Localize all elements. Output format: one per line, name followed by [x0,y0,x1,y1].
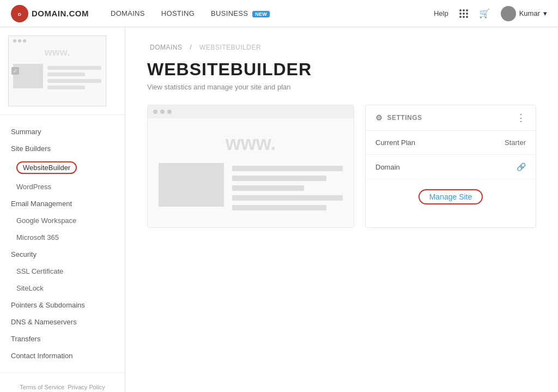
sidebar-footer: Terms of Service Privacy Policy Do Not S… [0,372,125,392]
sidebar-item-email-management[interactable]: Email Management [0,195,125,212]
sidebar-nav: Summary Site Builders WebsiteBuilder Wor… [0,115,125,372]
external-link-icon[interactable]: 🔗 [517,162,526,171]
chevron-down-icon: ▾ [543,9,547,17]
expand-icon: ⤢ [11,67,19,75]
plan-value: Starter [505,138,526,147]
header-right: Help 🛒 Kumar ▾ [434,6,547,21]
nav-business[interactable]: BUSINESS NEW [211,9,270,17]
sidebar-item-dns-nameservers[interactable]: DNS & Nameservers [0,313,125,330]
settings-footer: Manage Site [366,179,536,214]
settings-row-domain: Domain 🔗 [366,155,536,179]
breadcrumb-current: WEBSITEBUILDER [199,44,261,51]
breadcrumb-parent[interactable]: DOMAINS [150,44,183,51]
privacy-link[interactable]: Privacy Policy [68,384,105,390]
preview-line [47,73,85,76]
logo-icon: D [11,5,28,22]
logo-text: DOMAIN.COM [32,9,89,18]
sidebar-item-security[interactable]: Security [0,246,125,263]
site-preview-body: www. [148,118,354,227]
plan-label: Current Plan [375,138,415,147]
sidebar-item-ssl-certificate[interactable]: SSL Certificate [0,263,125,280]
site-preview-card: www. [147,105,354,228]
sidebar-item-summary[interactable]: Summary [0,123,125,140]
more-options-icon[interactable]: ⋮ [516,113,526,123]
preview-line [47,66,101,70]
terms-link[interactable]: Terms of Service [20,384,64,390]
preview-www-text: www. [9,47,106,58]
page-subtitle: View statistics and manage your site and… [147,83,536,91]
site-www-text: www. [226,132,276,155]
main-content: DOMAINS / WEBSITEBUILDER WEBSITEBUILDER … [125,27,558,392]
page-title: WEBSITEBUILDER [147,59,536,80]
sidebar-item-wordpress[interactable]: WordPress [0,178,125,195]
site-image-placeholder [159,163,224,207]
manage-site-button[interactable]: Manage Site [418,189,483,204]
sidebar-item-microsoft-365[interactable]: Microsoft 365 [0,229,125,246]
layout: www. ⤢ Summary Site Builders WebsiteBuil… [0,27,558,392]
sidebar-preview: www. ⤢ [0,27,125,115]
logo[interactable]: D DOMAIN.COM [11,5,89,22]
main-nav: DOMAINS HOSTING BUSINESS NEW [111,9,434,17]
text-line [232,195,343,201]
avatar [501,6,516,21]
preview-line [47,86,85,89]
site-thumbnail: www. ⤢ [8,35,106,106]
sidebar-item-websitebuilder[interactable]: WebsiteBuilder [0,157,125,178]
cart-icon[interactable]: 🛒 [479,8,490,19]
sidebar-item-transfers[interactable]: Transfers [0,330,125,347]
text-line [232,176,326,181]
settings-header: ⚙ SETTINGS ⋮ [366,105,536,131]
svg-text:D: D [18,11,21,16]
sidebar-item-pointers-subdomains[interactable]: Pointers & Subdomains [0,297,125,313]
sidebar-item-contact-information[interactable]: Contact Information [0,347,125,364]
sidebar-item-google-workspace[interactable]: Google Workspace [0,212,125,229]
websitebuilder-label: WebsiteBuilder [16,161,77,174]
nav-hosting[interactable]: HOSTING [161,9,195,17]
text-line [232,205,326,210]
settings-row-plan: Current Plan Starter [366,131,536,155]
user-menu[interactable]: Kumar ▾ [501,6,547,21]
header: D DOMAIN.COM DOMAINS HOSTING BUSINESS NE… [0,0,558,27]
content-area: www. [147,105,536,228]
nav-domains[interactable]: DOMAINS [111,9,145,17]
site-preview-content [159,163,343,210]
settings-title: ⚙ SETTINGS [375,113,422,122]
browser-dot [167,110,172,114]
preview-line [47,79,101,83]
browser-dot [160,110,165,114]
site-text-lines [232,163,343,210]
browser-dot [153,110,157,114]
help-link[interactable]: Help [434,9,448,17]
breadcrumb: DOMAINS / WEBSITEBUILDER [147,44,536,51]
new-badge: NEW [252,11,270,17]
domain-label: Domain [375,163,400,171]
browser-bar [148,105,354,118]
settings-card: ⚙ SETTINGS ⋮ Current Plan Starter Domain… [365,105,536,228]
grid-icon[interactable] [459,9,468,18]
sidebar-item-site-builders[interactable]: Site Builders [0,140,125,157]
sidebar-item-sitelock[interactable]: SiteLock [0,280,125,297]
text-line [232,166,343,171]
text-line [232,185,304,191]
gear-icon: ⚙ [375,113,383,122]
sidebar: www. ⤢ Summary Site Builders WebsiteBuil… [0,27,125,392]
user-name: Kumar [519,9,540,17]
